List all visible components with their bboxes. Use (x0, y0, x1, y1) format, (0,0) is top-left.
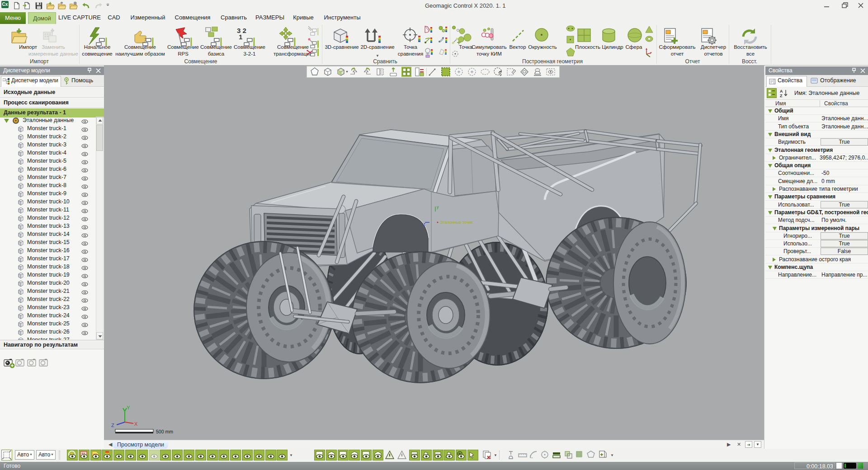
svg-text:Z: Z (111, 423, 114, 428)
svg-text:y: y (437, 205, 439, 209)
svg-text:A: A (780, 89, 783, 94)
svg-text:Z: Z (780, 94, 783, 98)
svg-text:500 mm: 500 mm (156, 429, 173, 434)
svg-text:X: X (134, 421, 138, 427)
svg-text:Эталонные точки: Эталонные точки (440, 220, 472, 225)
svg-text:Y: Y (127, 405, 130, 410)
svg-text:z: z (423, 222, 425, 227)
svg-text:1: 1 (239, 33, 242, 41)
